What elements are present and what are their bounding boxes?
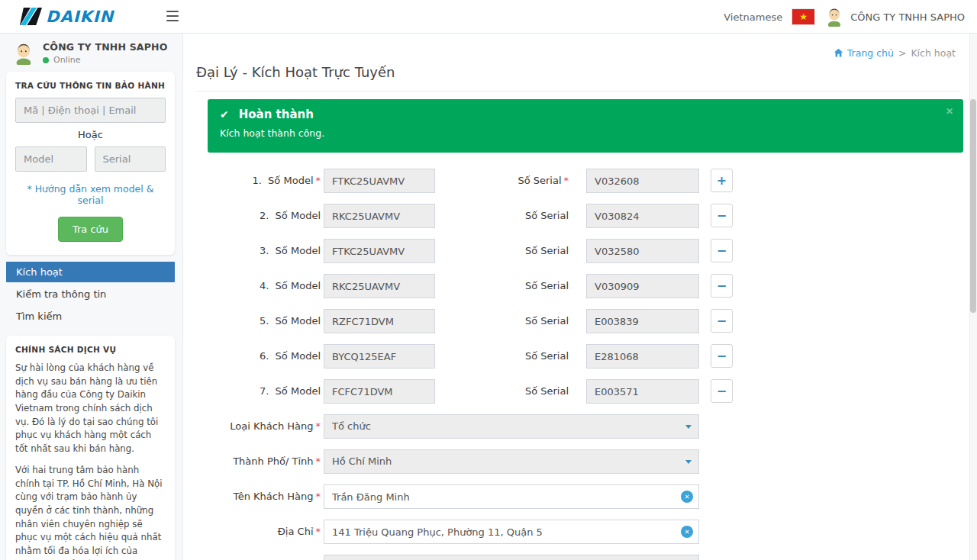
sidebar-user-panel: CÔNG TY TNHH SAPHO Online <box>0 34 182 72</box>
lookup-model-input[interactable] <box>15 146 87 172</box>
model-serial-row: 5. Số ModelSố Serial− <box>183 309 969 333</box>
serial-row-label: Số Serial <box>435 274 569 298</box>
serial-input[interactable] <box>586 169 699 193</box>
alert-message: Kích hoạt thành công. <box>220 127 951 139</box>
row-remove-button[interactable]: − <box>711 239 733 262</box>
customer-type-row: Loại Khách Hàng* Tổ chức <box>183 414 969 439</box>
row-remove-button[interactable]: − <box>711 379 733 403</box>
language-selector[interactable]: Vietnamese <box>724 11 782 23</box>
breadcrumb: Trang chủ > Kích hoạt <box>834 47 956 59</box>
model-input[interactable] <box>324 204 435 228</box>
success-alert: ✔ Hoàn thành Kích hoạt thành công. ✕ <box>208 99 963 153</box>
customer-name-row: Tên Khách Hàng* ✕ <box>183 484 969 509</box>
user-avatar-icon <box>824 7 844 27</box>
activation-form: 1. Số Model*Số Serial*+2. Số ModelSố Ser… <box>183 169 969 560</box>
model-input[interactable] <box>324 274 435 298</box>
serial-input[interactable] <box>586 344 699 369</box>
breadcrumb-separator: > <box>898 47 906 59</box>
sidebar-item-tim-kiem[interactable]: Tìm kiếm <box>6 306 175 327</box>
model-row-label: 7. Số Model <box>183 379 321 404</box>
scrollbar-track <box>969 34 977 560</box>
sidebar-item-kich-hoat[interactable]: Kích hoạt <box>6 262 175 282</box>
serial-input[interactable] <box>586 204 699 228</box>
next-field-partial-row <box>183 555 969 560</box>
city-row: Thành Phố/ Tỉnh* Hồ Chí Minh <box>183 449 969 474</box>
model-serial-row: 1. Số Model*Số Serial*+ <box>183 169 969 193</box>
city-select[interactable]: Hồ Chí Minh <box>324 449 699 474</box>
partial-select[interactable] <box>324 555 699 560</box>
lookup-search-button[interactable]: Tra cứu <box>58 217 123 242</box>
serial-row-label: Số Serial* <box>435 169 569 193</box>
serial-row-label: Số Serial <box>435 204 569 228</box>
lookup-serial-input[interactable] <box>95 146 166 172</box>
sidebar-avatar-icon <box>12 42 35 65</box>
model-input[interactable] <box>324 239 435 263</box>
row-remove-button[interactable]: − <box>711 309 733 333</box>
row-remove-button[interactable]: − <box>711 344 733 368</box>
vietnam-flag-icon[interactable]: ★ <box>792 9 814 24</box>
daikin-logo[interactable]: DAIKIN <box>20 5 114 27</box>
model-row-label: 5. Số Model <box>183 309 321 333</box>
page-title: Đại Lý - Kích Hoạt Trực Tuyến <box>196 64 395 80</box>
row-remove-button[interactable]: − <box>711 274 733 298</box>
model-row-label: 6. Số Model <box>183 344 321 369</box>
or-label: Hoặc <box>15 129 166 140</box>
serial-input[interactable] <box>586 309 699 333</box>
online-status-icon <box>43 57 49 63</box>
customer-name-label: Tên Khách Hàng* <box>183 484 321 509</box>
address-row: Địa Chỉ* ✕ <box>183 520 969 544</box>
title-divider <box>196 91 960 92</box>
model-serial-guide-link[interactable]: * Hướng dẫn xem model & serial <box>15 183 166 206</box>
customer-type-select[interactable]: Tổ chức <box>324 414 699 439</box>
model-serial-row: 4. Số ModelSố Serial− <box>183 274 969 298</box>
serial-row-label: Số Serial <box>435 309 569 333</box>
header-user-name: CÔNG TY TNHH SAPHO <box>850 11 965 23</box>
row-remove-button[interactable]: − <box>711 204 733 227</box>
serial-row-label: Số Serial <box>435 239 569 263</box>
model-serial-row: 7. Số ModelSố Serial− <box>183 379 969 404</box>
sidebar-menu: Kích hoạt Kiểm tra thông tin Tìm kiếm <box>6 262 175 327</box>
sidebar-item-kiem-tra-thong-tin[interactable]: Kiểm tra thông tin <box>6 284 175 304</box>
address-label: Địa Chỉ* <box>183 520 321 544</box>
customer-name-input[interactable] <box>324 484 699 509</box>
serial-input[interactable] <box>586 239 699 263</box>
row-add-button[interactable]: + <box>711 169 733 192</box>
serial-row-label: Số Serial <box>435 344 569 369</box>
home-icon <box>834 48 843 58</box>
model-row-label: 3. Số Model <box>183 239 321 263</box>
lookup-code-input[interactable] <box>15 98 166 123</box>
model-input[interactable] <box>324 169 435 193</box>
model-input[interactable] <box>324 344 435 369</box>
breadcrumb-home-link[interactable]: Trang chủ <box>834 47 894 59</box>
policy-paragraph: Sự hài lòng của khách hàng về dịch vụ sa… <box>15 362 166 456</box>
model-input[interactable] <box>324 309 435 333</box>
serial-input[interactable] <box>586 274 699 298</box>
warranty-lookup-card: TRA CỨU THÔNG TIN BẢO HÀNH Hoặc * Hướng … <box>6 72 175 255</box>
model-row-label: 1. Số Model* <box>183 169 321 193</box>
serial-input[interactable] <box>586 379 699 404</box>
address-input[interactable] <box>324 520 699 544</box>
menu-icon[interactable] <box>166 11 179 21</box>
breadcrumb-current: Kích hoạt <box>911 47 956 59</box>
sidebar: CÔNG TY TNHH SAPHO Online TRA CỨU THÔNG … <box>0 34 183 560</box>
model-input[interactable] <box>324 379 435 404</box>
close-icon[interactable]: ✕ <box>946 106 953 117</box>
check-icon: ✔ <box>220 108 229 121</box>
scrollbar-thumb[interactable] <box>970 99 976 313</box>
clear-icon[interactable]: ✕ <box>681 526 693 538</box>
chevron-down-icon <box>685 460 692 464</box>
city-label: Thành Phố/ Tỉnh* <box>183 449 321 474</box>
policy-paragraph: Với hai trung tâm bảo hành chính tại TP.… <box>15 464 166 560</box>
clear-icon[interactable]: ✕ <box>681 491 693 503</box>
model-row-label: 2. Số Model <box>183 204 321 228</box>
main-content: Trang chủ > Kích hoạt Đại Lý - Kích Hoạt… <box>183 34 969 560</box>
alert-title: Hoàn thành <box>239 108 314 121</box>
model-serial-row: 6. Số ModelSố Serial− <box>183 344 969 369</box>
model-serial-row: 2. Số ModelSố Serial− <box>183 204 969 228</box>
policy-title: CHÍNH SÁCH DỊCH VỤ <box>15 345 166 354</box>
model-serial-rows: 1. Số Model*Số Serial*+2. Số ModelSố Ser… <box>183 169 969 404</box>
header-user-menu[interactable]: CÔNG TY TNHH SAPHO <box>824 7 965 27</box>
daikin-logo-icon <box>20 5 42 27</box>
sidebar-user-name: CÔNG TY TNHH SAPHO <box>43 41 168 53</box>
service-policy-card: CHÍNH SÁCH DỊCH VỤ Sự hài lòng của khách… <box>6 336 175 560</box>
